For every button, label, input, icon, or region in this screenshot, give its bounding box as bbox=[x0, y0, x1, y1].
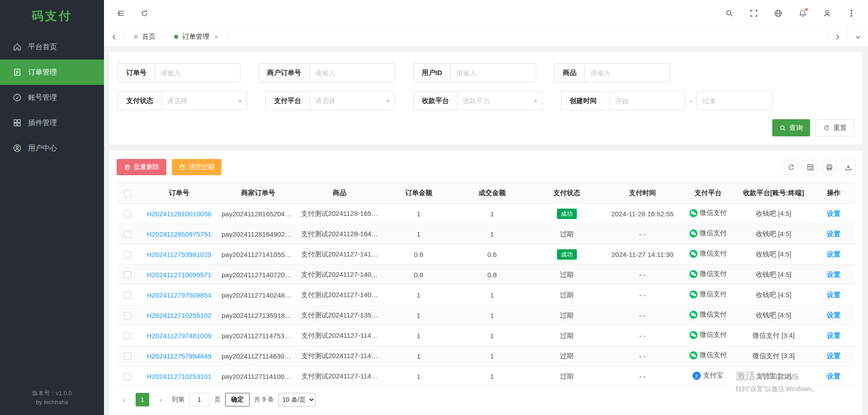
table-columns-icon[interactable] bbox=[803, 160, 817, 174]
sidebar-item-plugins[interactable]: 插件管理 bbox=[0, 110, 104, 135]
row-settings-link[interactable]: 设置 bbox=[827, 230, 840, 238]
wechat-pay-icon bbox=[689, 250, 698, 258]
collapse-sidebar-icon[interactable] bbox=[116, 9, 126, 19]
account-icon bbox=[13, 93, 22, 102]
tab-scroll-left-icon[interactable] bbox=[104, 27, 125, 47]
product-input[interactable] bbox=[585, 63, 670, 82]
sidebar-item-home[interactable]: 平台首页 bbox=[0, 34, 104, 60]
recv-platform-select[interactable]: 收款平台 ▾ bbox=[457, 91, 543, 110]
wechat-pay-icon bbox=[689, 311, 698, 319]
table-refresh-icon[interactable] bbox=[784, 160, 798, 174]
fullscreen-icon[interactable] bbox=[749, 9, 759, 19]
tab-options-chevron-icon[interactable] bbox=[847, 27, 868, 47]
tab-order-management[interactable]: 订单管理 × bbox=[165, 27, 228, 47]
order-no-link[interactable]: H2024112753981029 bbox=[146, 251, 211, 258]
pay-status-select[interactable]: 请选择 ▾ bbox=[161, 91, 247, 110]
export-icon[interactable] bbox=[841, 160, 855, 174]
page-jump-input[interactable] bbox=[189, 393, 210, 406]
product-cell: 支付测试20241127-140… bbox=[297, 285, 382, 305]
clear-expired-button[interactable]: 清空过期 bbox=[172, 159, 222, 175]
tab-close-icon[interactable]: × bbox=[214, 33, 218, 41]
clear-expired-label: 清空过期 bbox=[189, 163, 214, 171]
order-no-link[interactable]: H2024112757994849 bbox=[146, 352, 211, 360]
order-no-link[interactable]: H2024112710253101 bbox=[146, 373, 211, 380]
col-pay-platform: 支付平台 bbox=[681, 183, 735, 204]
row-settings-link[interactable]: 设置 bbox=[827, 331, 840, 339]
table-row: H2024112757994849pay202411271146303259支付… bbox=[117, 346, 855, 366]
row-settings-link[interactable]: 设置 bbox=[827, 372, 840, 380]
print-icon[interactable] bbox=[822, 160, 836, 174]
batch-delete-button[interactable]: 批量删除 bbox=[117, 159, 166, 175]
pay-platform-select[interactable]: 请选择 ▾ bbox=[309, 91, 395, 110]
version-number: 版本号：v1.0.0 bbox=[0, 389, 104, 398]
tab-scroll-right-icon[interactable] bbox=[826, 27, 847, 47]
language-globe-icon[interactable] bbox=[773, 9, 783, 19]
tab-home[interactable]: 首页 bbox=[125, 27, 165, 47]
row-settings-link[interactable]: 设置 bbox=[827, 291, 840, 298]
order-no-link[interactable]: H2024112797509854 bbox=[146, 291, 211, 299]
version-info: 版本号：v1.0.0 by techhaha bbox=[0, 389, 104, 407]
order-no-link[interactable]: H2024112850975751 bbox=[146, 230, 211, 238]
chevron-down-icon: ▾ bbox=[386, 98, 389, 104]
sidebar-item-label: 平台首页 bbox=[28, 42, 57, 52]
next-page-icon[interactable]: › bbox=[154, 393, 167, 406]
end-date-input[interactable] bbox=[697, 91, 773, 110]
notifications-bell-icon[interactable] bbox=[797, 9, 807, 19]
order-no-link[interactable]: H2024112810010056 bbox=[146, 210, 211, 218]
prev-page-icon[interactable]: ‹ bbox=[118, 393, 131, 406]
more-menu-icon[interactable] bbox=[846, 9, 856, 19]
order-no-link[interactable]: H2024112710099571 bbox=[146, 271, 211, 279]
row-checkbox[interactable] bbox=[124, 292, 131, 299]
wechat-pay-icon bbox=[689, 209, 698, 217]
refresh-page-icon[interactable] bbox=[139, 9, 149, 19]
pagination: ‹ 1 › 到第 页 确定 共 9 条 10 条/页 bbox=[117, 387, 855, 411]
confirm-page-button[interactable]: 确定 bbox=[225, 393, 250, 406]
row-settings-link[interactable]: 设置 bbox=[827, 210, 840, 217]
tab-list: 首页 订单管理 × bbox=[125, 27, 826, 47]
merchant-no-input[interactable] bbox=[309, 63, 395, 82]
row-checkbox[interactable] bbox=[124, 251, 131, 258]
table-row: H2024112753981029pay2024112714105583…支付测… bbox=[117, 244, 855, 265]
row-checkbox[interactable] bbox=[124, 231, 131, 238]
sidebar-item-label: 插件管理 bbox=[28, 118, 57, 128]
start-date-input[interactable] bbox=[609, 91, 685, 110]
status-badge-success: 成功 bbox=[557, 209, 577, 219]
col-paid-amount: 成交金额 bbox=[455, 183, 529, 204]
page-size-select[interactable]: 10 条/页 bbox=[278, 393, 316, 406]
current-page-button[interactable]: 1 bbox=[136, 393, 149, 406]
row-settings-link[interactable]: 设置 bbox=[827, 250, 840, 258]
order-no-link[interactable]: H2024112797481009 bbox=[146, 332, 211, 340]
date-separator: - bbox=[690, 97, 692, 105]
sidebar-item-orders[interactable]: 订单管理 bbox=[0, 60, 104, 85]
sidebar-item-accounts[interactable]: 账号管理 bbox=[0, 85, 104, 110]
row-checkbox[interactable] bbox=[124, 271, 131, 279]
order-no-input[interactable] bbox=[155, 63, 241, 82]
sidebar-item-user-center[interactable]: 用户中心 bbox=[0, 135, 104, 161]
reset-button[interactable]: 重置 bbox=[816, 119, 854, 136]
row-checkbox[interactable] bbox=[124, 332, 131, 340]
user-id-input[interactable] bbox=[450, 63, 536, 82]
row-settings-link[interactable]: 设置 bbox=[827, 311, 840, 319]
status-text-expired: 过期 bbox=[560, 230, 574, 238]
select-placeholder: 请选择 bbox=[315, 97, 335, 105]
filter-recv-platform: 收款平台 收款平台 ▾ bbox=[413, 91, 543, 110]
user-profile-icon[interactable] bbox=[822, 9, 832, 19]
paid-amount-cell: 1 bbox=[455, 224, 529, 244]
total-count-label: 共 9 条 bbox=[254, 396, 274, 404]
platform-name: 微信支付 bbox=[700, 249, 727, 258]
row-checkbox[interactable] bbox=[124, 373, 131, 380]
row-checkbox[interactable] bbox=[124, 312, 131, 319]
filter-pay-platform: 支付平台 请选择 ▾ bbox=[265, 91, 395, 110]
merchant-no-cell: pay202411271147533581 bbox=[220, 326, 297, 346]
paid-amount-cell: 1 bbox=[455, 204, 529, 224]
order-table-body: H2024112810010056pay2024112816520491…支付测… bbox=[117, 204, 855, 387]
row-settings-link[interactable]: 设置 bbox=[827, 352, 840, 359]
search-icon[interactable] bbox=[724, 9, 734, 19]
row-settings-link[interactable]: 设置 bbox=[827, 270, 840, 278]
row-checkbox[interactable] bbox=[124, 210, 131, 218]
filter-label: 支付平台 bbox=[265, 91, 309, 110]
order-no-link[interactable]: H2024112710255102 bbox=[146, 312, 211, 319]
select-all-checkbox[interactable] bbox=[124, 190, 131, 197]
row-checkbox[interactable] bbox=[124, 353, 131, 360]
query-button[interactable]: 查询 bbox=[772, 119, 810, 136]
